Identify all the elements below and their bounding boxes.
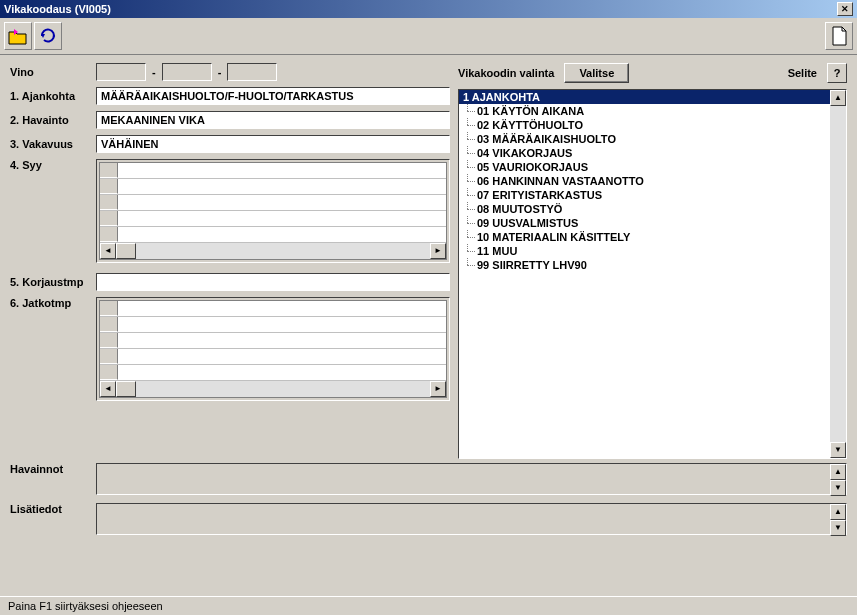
ajankohta-label: 1. Ajankohta: [10, 90, 90, 102]
vino-label: Vino: [10, 66, 90, 78]
help-button[interactable]: ?: [827, 63, 847, 83]
tree-item[interactable]: 05 VAURIOKORJAUS: [459, 160, 846, 174]
scroll-right-icon[interactable]: ►: [430, 243, 446, 259]
vino-input-1[interactable]: [96, 63, 146, 81]
lisatiedot-label: Lisätiedot: [10, 503, 90, 515]
korjaustmp-label: 5. Korjaustmp: [10, 276, 90, 288]
scroll-up-icon[interactable]: ▲: [830, 90, 846, 106]
tree-item[interactable]: 08 MUUTOSTYÖ: [459, 202, 846, 216]
new-document-button[interactable]: [825, 22, 853, 50]
close-button[interactable]: ✕: [837, 2, 853, 16]
tree-item[interactable]: 01 KÄYTÖN AIKANA: [459, 104, 846, 118]
refresh-icon: [39, 27, 57, 45]
scroll-down-icon[interactable]: ▼: [830, 520, 846, 536]
vakavuus-input[interactable]: [96, 135, 450, 153]
jatkotmp-grid[interactable]: [100, 301, 446, 381]
scroll-left-icon[interactable]: ◄: [100, 243, 116, 259]
window-title: Vikakoodaus (VI005): [4, 3, 837, 15]
tree-item[interactable]: 03 MÄÄRÄAIKAISHUOLTO: [459, 132, 846, 146]
vino-input-3[interactable]: [227, 63, 277, 81]
refresh-button[interactable]: [34, 22, 62, 50]
tree-item[interactable]: 10 MATERIAALIN KÄSITTELY: [459, 230, 846, 244]
vikakoodin-valinta-label: Vikakoodin valinta: [458, 67, 554, 79]
titlebar: Vikakoodaus (VI005) ✕: [0, 0, 857, 18]
open-folder-button[interactable]: [4, 22, 32, 50]
havainto-label: 2. Havainto: [10, 114, 90, 126]
vakavuus-label: 3. Vakavuus: [10, 138, 90, 150]
syy-hscrollbar[interactable]: ◄ ►: [100, 243, 446, 259]
scroll-down-icon[interactable]: ▼: [830, 480, 846, 496]
scroll-up-icon[interactable]: ▲: [830, 504, 846, 520]
tree-item[interactable]: 09 UUSVALMISTUS: [459, 216, 846, 230]
selite-label: Selite: [788, 67, 817, 79]
lisatiedot-textarea[interactable]: ▲ ▼: [96, 503, 847, 535]
document-icon: [830, 26, 848, 46]
scroll-up-icon[interactable]: ▲: [830, 464, 846, 480]
jatkotmp-label: 6. Jatkotmp: [10, 297, 90, 309]
folder-icon: [8, 27, 28, 45]
syy-grid[interactable]: [100, 163, 446, 243]
ajankohta-input[interactable]: [96, 87, 450, 105]
havainnot-textarea[interactable]: ▲ ▼: [96, 463, 847, 495]
tree-item[interactable]: 06 HANKINNAN VASTAANOTTO: [459, 174, 846, 188]
scroll-left-icon[interactable]: ◄: [100, 381, 116, 397]
jatkotmp-hscrollbar[interactable]: ◄ ►: [100, 381, 446, 397]
korjaustmp-input[interactable]: [96, 273, 450, 291]
syy-label: 4. Syy: [10, 159, 90, 171]
valitse-button[interactable]: Valitse: [564, 63, 629, 83]
vino-input-2[interactable]: [162, 63, 212, 81]
tree-item[interactable]: 04 VIKAKORJAUS: [459, 146, 846, 160]
tree-item[interactable]: 99 SIIRRETTY LHV90: [459, 258, 846, 272]
scroll-down-icon[interactable]: ▼: [830, 442, 846, 458]
havainto-input[interactable]: [96, 111, 450, 129]
toolbar: [0, 18, 857, 55]
tree-root[interactable]: 1 AJANKOHTA: [459, 90, 846, 104]
tree-item[interactable]: 02 KÄYTTÖHUOLTO: [459, 118, 846, 132]
tree-view[interactable]: 1 AJANKOHTA01 KÄYTÖN AIKANA02 KÄYTTÖHUOL…: [458, 89, 847, 459]
tree-vscrollbar[interactable]: ▲ ▼: [830, 90, 846, 458]
statusbar: Paina F1 siirtyäksesi ohjeeseen: [0, 596, 857, 615]
havainnot-label: Havainnot: [10, 463, 90, 475]
scroll-right-icon[interactable]: ►: [430, 381, 446, 397]
tree-item[interactable]: 11 MUU: [459, 244, 846, 258]
tree-item[interactable]: 07 ERITYISTARKASTUS: [459, 188, 846, 202]
